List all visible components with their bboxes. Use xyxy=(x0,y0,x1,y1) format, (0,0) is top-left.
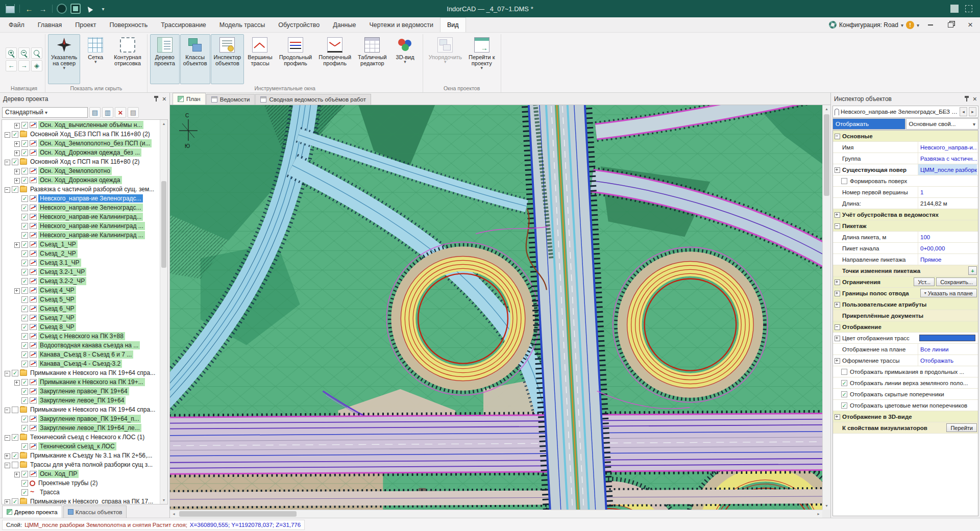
tree-item[interactable]: Развязка с частичной разборкой сущ. зем.… xyxy=(2,185,160,194)
property-value[interactable]: ЦММ_после разборк... xyxy=(918,164,977,175)
ribbon-button[interactable]: 3D-вид xyxy=(390,34,420,84)
expander-icon[interactable] xyxy=(14,351,20,358)
expander-icon[interactable] xyxy=(14,296,20,303)
checkbox[interactable] xyxy=(21,168,28,174)
scrollbar-thumb[interactable] xyxy=(179,511,297,517)
tree-item[interactable]: Осн. Ход_Дорожная одежда xyxy=(2,175,160,185)
checkbox[interactable] xyxy=(21,306,28,312)
close-icon[interactable] xyxy=(162,95,166,103)
menu-tab[interactable]: Проект xyxy=(68,17,103,32)
checkbox[interactable] xyxy=(841,380,847,386)
checkbox[interactable] xyxy=(21,140,28,147)
property-value[interactable]: Прямое xyxy=(918,254,977,265)
expander-icon[interactable] xyxy=(834,290,841,296)
checkbox[interactable] xyxy=(12,370,18,376)
ribbon-button[interactable]: Классы объектов xyxy=(180,34,210,84)
chevron-down-icon[interactable] xyxy=(901,21,903,29)
checkbox[interactable] xyxy=(21,223,28,230)
horizontal-scrollbar[interactable] xyxy=(170,510,822,518)
pin-icon[interactable] xyxy=(964,96,970,102)
tree-item[interactable]: Закругление правое_ПК 19+64 xyxy=(2,387,160,396)
expander-icon[interactable] xyxy=(14,122,20,129)
expander-icon[interactable] xyxy=(834,133,841,139)
tree-item[interactable]: Примыкание к Невского на ПК 19+64 спра..… xyxy=(2,405,160,414)
checkbox[interactable] xyxy=(21,416,28,422)
expander-icon[interactable] xyxy=(834,323,841,330)
checkbox[interactable] xyxy=(21,241,28,248)
expander-icon[interactable] xyxy=(834,279,841,285)
expander-icon[interactable] xyxy=(14,195,20,202)
inspector-row[interactable]: Имя Невского_направ-и... xyxy=(833,142,978,153)
expander-icon[interactable] xyxy=(14,471,20,477)
close-icon[interactable] xyxy=(973,95,977,103)
scroll-down-icon[interactable] xyxy=(823,502,830,510)
inspector-row[interactable]: Основные xyxy=(833,131,978,142)
expander-icon[interactable] xyxy=(834,211,841,218)
delete-button[interactable] xyxy=(115,107,126,118)
checkbox[interactable] xyxy=(21,195,28,202)
checkbox[interactable] xyxy=(12,131,18,138)
tree-item[interactable]: Основной Ход с ПСП на ПК 116+80 (2) xyxy=(2,157,160,166)
expander-icon[interactable] xyxy=(834,346,841,352)
scroll-left-icon[interactable] xyxy=(170,510,178,518)
inspector-row[interactable]: Ограничения Уст... Сохранить... xyxy=(833,276,978,288)
expander-icon[interactable] xyxy=(834,312,841,319)
ribbon-button[interactable]: Инспектор объектов xyxy=(211,34,244,84)
tree-item[interactable]: Съезд_1_ЧР xyxy=(2,240,160,249)
inspector-row[interactable]: Прикреплённые документы xyxy=(833,310,978,321)
expander-icon[interactable] xyxy=(14,214,20,220)
panel-tab[interactable]: Классы объектов xyxy=(63,505,127,518)
expander-icon[interactable] xyxy=(4,434,11,441)
checkbox[interactable] xyxy=(21,149,28,156)
expander-icon[interactable] xyxy=(14,379,20,386)
checkbox[interactable] xyxy=(21,324,28,331)
inspector-row[interactable]: Пикет начала 0+00,000 xyxy=(833,243,978,254)
expander-icon[interactable] xyxy=(14,278,20,285)
scroll-right-icon[interactable] xyxy=(815,510,822,518)
menu-tab[interactable]: Поверхность xyxy=(103,17,155,32)
checkbox[interactable] xyxy=(12,159,18,165)
checkbox[interactable] xyxy=(21,250,28,257)
expander-icon[interactable] xyxy=(14,287,20,294)
ribbon-button[interactable]: Дерево проекта xyxy=(150,34,180,84)
expander-icon[interactable] xyxy=(4,452,11,459)
undo-icon[interactable] xyxy=(23,3,35,15)
tree-item[interactable]: Съезд 8_ЧР xyxy=(2,322,160,332)
tree-item[interactable]: Технический съезд с Невского к ЛОС (1) xyxy=(2,433,160,442)
expander-icon[interactable] xyxy=(14,397,20,404)
property-value[interactable]: 2144,82 м xyxy=(918,198,977,209)
inspector-row[interactable]: Пользовательские атрибуты xyxy=(833,299,978,310)
inspector-row[interactable]: Направление пикетажа Прямое xyxy=(833,254,978,265)
toolbar-dropdown-icon[interactable] xyxy=(97,3,109,15)
scroll-up-icon[interactable] xyxy=(823,105,830,113)
tree-item[interactable]: Проектные трубы (2) xyxy=(2,478,160,488)
scrollbar-thumb[interactable] xyxy=(824,114,829,196)
expander-icon[interactable] xyxy=(834,144,841,150)
tree-item[interactable]: Осн. Ход_Землополотно_без ПСП (и... xyxy=(2,139,160,148)
inspector-row[interactable]: Точки изменения пикетажа + xyxy=(833,265,978,276)
restore-button[interactable] xyxy=(942,17,959,32)
checkbox[interactable] xyxy=(21,232,28,239)
menu-tab[interactable]: Главная xyxy=(31,17,69,32)
checkbox[interactable] xyxy=(12,434,18,441)
view-tab[interactable]: Ведомости xyxy=(206,94,255,105)
select-cursor-icon[interactable] xyxy=(83,3,95,15)
property-button[interactable]: + xyxy=(968,266,977,275)
tree-item[interactable]: Трассы для учёта полной разборки сущ з..… xyxy=(2,460,160,469)
inspector-row[interactable]: Отображать цветовые метки поперечников xyxy=(833,400,978,411)
ribbon-button[interactable]: Упорядочить xyxy=(426,34,465,84)
expander-icon[interactable] xyxy=(14,480,20,487)
menu-tab[interactable]: Чертежи и ведомости xyxy=(362,17,440,32)
tree-item[interactable]: Закругление левое_ПК 19+64_ле... xyxy=(2,423,160,433)
expander-icon[interactable] xyxy=(834,357,841,364)
tree-item[interactable]: Осн. Ход_вычисленные объёмы н... xyxy=(2,120,160,130)
expander-icon[interactable] xyxy=(834,380,841,386)
next-object-button[interactable] xyxy=(969,107,976,116)
checkbox[interactable] xyxy=(841,178,847,184)
expander-icon[interactable] xyxy=(14,425,20,432)
expander-icon[interactable] xyxy=(834,368,841,375)
expander-icon[interactable] xyxy=(14,315,20,321)
checkbox[interactable] xyxy=(21,379,28,386)
save-icon[interactable] xyxy=(6,4,15,13)
property-button[interactable]: Перейти xyxy=(946,423,977,432)
